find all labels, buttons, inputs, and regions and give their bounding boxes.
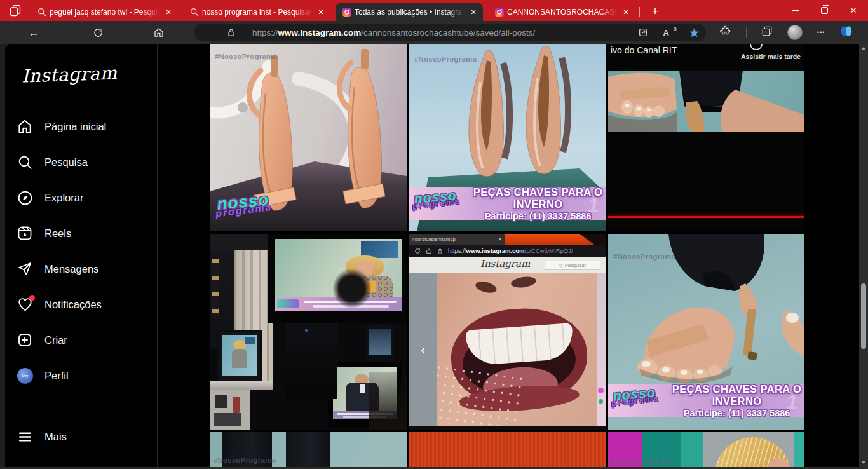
screenshot-address-bar: https://www.instagram.com/p/CCwjbMIRpQJ/ xyxy=(409,245,606,257)
scroll-up-arrow[interactable] xyxy=(861,47,866,50)
nostril xyxy=(475,280,498,295)
home-icon xyxy=(426,248,432,254)
tab-instagram-profile[interactable]: CANNONSANTOSROCHACASHT ✕ xyxy=(488,3,635,21)
tab-close-icon[interactable]: ✕ xyxy=(163,6,174,18)
scroll-down-arrow[interactable] xyxy=(861,461,866,464)
tab-close-icon[interactable]: ✕ xyxy=(620,6,632,18)
sidebar-item-messages[interactable]: Mensagens xyxy=(5,251,157,287)
refresh-button[interactable] xyxy=(93,27,104,38)
post-youtube-video[interactable]: ivo do Canal RIT Assistir mais tarde xyxy=(608,44,804,231)
profile-avatar[interactable] xyxy=(787,25,803,40)
mini-logo xyxy=(277,299,299,308)
url-path: /cannonsantosrochacashtube/saved/all-pos… xyxy=(361,28,535,37)
screenshot-tab-title: noursfullsiennamcp xyxy=(412,236,495,242)
url-text[interactable]: https://www.instagram.com/cannonsantosro… xyxy=(252,28,623,37)
lock-icon xyxy=(437,248,443,254)
screenshot-bottom-strip xyxy=(409,426,606,430)
post-instagram-screenshot[interactable]: noursfullsiennamcp ✕ https://www.instagr… xyxy=(409,234,606,430)
minimize-icon xyxy=(792,10,799,11)
instagram-logo: Instagram xyxy=(480,258,530,269)
sidebar-item-notifications[interactable]: Notificações xyxy=(5,287,157,322)
copilot-icon[interactable] xyxy=(839,24,853,41)
heart-icon xyxy=(17,296,33,313)
restore-icon xyxy=(821,7,828,14)
extensions-icon[interactable] xyxy=(720,25,731,39)
address-bar[interactable]: https://www.instagram.com/cannonsantosro… xyxy=(194,24,706,41)
compass-icon xyxy=(17,189,33,206)
banner-line-1: PEÇAS CHAVES PARA O INVERNO xyxy=(470,186,606,210)
show-watermark: #NossoPrograma xyxy=(214,456,276,464)
url-domain: www.instagram.com xyxy=(278,28,362,37)
settings-more-icon[interactable]: ••• xyxy=(817,29,825,36)
video-progress-bar[interactable] xyxy=(608,216,804,218)
sidebar-item-explore[interactable]: Explorar xyxy=(5,180,157,215)
search-icon xyxy=(559,264,563,268)
tab-search-1[interactable]: peguei jacq stefano twi - Pesquis ✕ xyxy=(31,3,178,21)
search-favicon xyxy=(37,7,47,17)
small-tv-screen xyxy=(222,335,257,376)
new-tab-button[interactable]: + xyxy=(647,3,663,20)
favorite-star-icon[interactable] xyxy=(689,27,700,38)
tab-title: Todas as publicações • Instagram xyxy=(355,8,465,17)
watch-later-label[interactable]: Assistir mais tarde xyxy=(741,53,801,60)
sidebar-item-reels[interactable]: Reels xyxy=(5,215,157,251)
sidebar-label: Página inicial xyxy=(44,121,106,133)
post-nude-heel-on-foot[interactable]: #NossoPrograma PEÇAS CHAVES PARA O I xyxy=(608,234,804,430)
sidebar-item-more[interactable]: Mais xyxy=(5,419,157,454)
teal-edge xyxy=(794,432,804,467)
search-favicon xyxy=(189,7,200,17)
window-restore-button[interactable] xyxy=(810,0,839,21)
tab-divider xyxy=(639,7,640,17)
sidebar-label: Mais xyxy=(44,431,67,443)
back-button[interactable]: ← xyxy=(28,26,39,39)
banner-line-1: PEÇAS CHAVES PARA O INVERNO xyxy=(669,383,804,407)
tab-title: nosso programa inst - Pesquisar xyxy=(202,8,313,17)
tab-divider xyxy=(180,7,180,17)
post-legs-partial[interactable]: #NossoPrograma xyxy=(210,432,407,467)
window-close-button[interactable]: ✕ xyxy=(839,0,868,21)
screenshot-instagram-header: Instagram Pesquisar xyxy=(409,257,606,273)
phone-screen xyxy=(369,329,391,355)
nosso-programa-logo: nosso programa xyxy=(414,189,461,209)
window-minimize-button[interactable] xyxy=(780,0,810,21)
camera-silhouette xyxy=(333,268,371,309)
tab-close-icon[interactable]: ✕ xyxy=(315,6,327,18)
saved-posts-grid: #NossoPrograma xyxy=(210,44,804,467)
nostril xyxy=(510,275,537,289)
sidebar-item-profile[interactable]: Vq Perfil xyxy=(5,358,157,393)
post-blonde-striped-set[interactable]: #NossoPrograma xyxy=(608,432,804,467)
lock-icon[interactable] xyxy=(227,28,236,37)
search-box: Pesquisar xyxy=(545,261,600,270)
browser-toolbar: ← https://www.instagram.com/cannonsantos… xyxy=(0,21,868,44)
home-button[interactable] xyxy=(153,27,165,38)
show-watermark: #NossoPrograma xyxy=(215,53,277,60)
split-screen-icon[interactable] xyxy=(638,27,648,37)
screenshot-browser-tab: noursfullsiennamcp ✕ xyxy=(409,234,505,245)
instagram-logo[interactable]: Instagram xyxy=(21,62,118,86)
read-aloud-icon[interactable]: A xyxy=(663,28,674,37)
pant-leg xyxy=(286,432,330,467)
tab-close-icon[interactable]: ✕ xyxy=(468,6,479,18)
post-tv-room[interactable] xyxy=(210,234,407,430)
post-nude-sandals-display[interactable]: #NossoPrograma xyxy=(210,44,407,231)
video-frame xyxy=(608,71,804,132)
big-tv-screen xyxy=(275,239,402,311)
sidebar-item-create[interactable]: Criar xyxy=(5,322,157,358)
tab-search-2[interactable]: nosso programa inst - Pesquisar ✕ xyxy=(183,3,330,21)
sidebar-label: Notificações xyxy=(44,299,102,311)
show-watermark: #NossoPrograma xyxy=(611,458,673,465)
post-nude-pumps-display[interactable]: #NossoPrograma PEÇAS CHAVES PARA O INVER… xyxy=(409,44,606,231)
sidebar-item-search[interactable]: Pesquisa xyxy=(5,144,157,180)
tab-workspaces-icon[interactable] xyxy=(9,4,22,17)
sidebar-item-home[interactable]: Página inicial xyxy=(5,109,157,144)
watch-later-icon xyxy=(750,44,763,50)
collections-icon[interactable] xyxy=(761,25,773,39)
page-scrollbar[interactable] xyxy=(859,44,868,467)
post-orange-frame[interactable] xyxy=(409,432,606,467)
tab-instagram-active[interactable]: Todas as publicações • Instagram ✕ xyxy=(336,3,483,21)
menu-icon xyxy=(17,428,33,445)
inset xyxy=(245,337,255,344)
sidebar-label: Pesquisa xyxy=(44,156,88,168)
scrollbar-thumb[interactable] xyxy=(861,283,866,349)
cabinet xyxy=(210,390,250,430)
